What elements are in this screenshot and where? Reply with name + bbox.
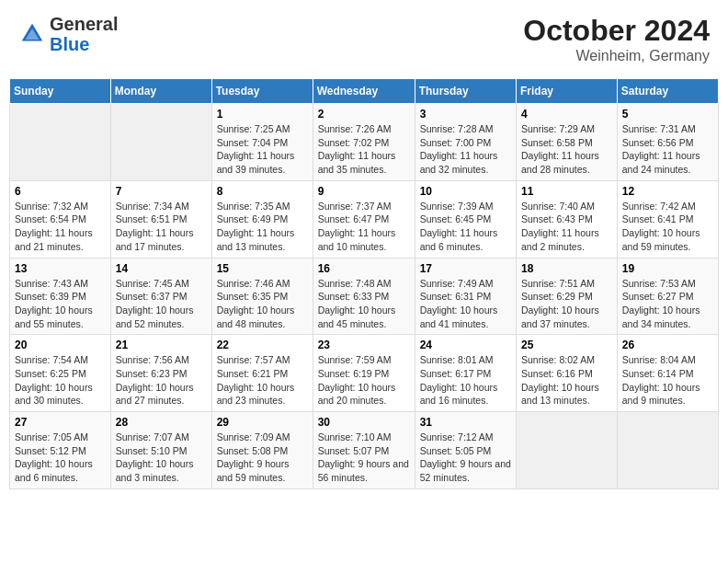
calendar-cell: 4Sunrise: 7:29 AMSunset: 6:58 PMDaylight… [517, 104, 618, 181]
day-info: Sunrise: 8:02 AMSunset: 6:16 PMDaylight:… [521, 353, 612, 408]
day-number: 14 [116, 262, 207, 275]
weekday-header-wednesday: Wednesday [313, 79, 415, 104]
day-number: 30 [318, 416, 410, 429]
day-info: Sunrise: 7:10 AMSunset: 5:07 PMDaylight:… [318, 431, 410, 485]
calendar-cell: 25Sunrise: 8:02 AMSunset: 6:16 PMDayligh… [517, 335, 618, 412]
day-number: 12 [622, 185, 713, 198]
day-number: 16 [318, 262, 410, 275]
day-number: 4 [521, 108, 612, 121]
day-number: 22 [217, 339, 308, 351]
calendar-cell: 7Sunrise: 7:34 AMSunset: 6:51 PMDaylight… [110, 180, 211, 258]
day-number: 9 [318, 185, 410, 198]
day-number: 10 [420, 185, 511, 198]
calendar-cell: 9Sunrise: 7:37 AMSunset: 6:47 PMDaylight… [313, 180, 415, 258]
calendar-cell: 16Sunrise: 7:48 AMSunset: 6:33 PMDayligh… [313, 258, 415, 335]
day-info: Sunrise: 7:34 AMSunset: 6:51 PMDaylight:… [116, 200, 207, 254]
weekday-header-monday: Monday [110, 79, 211, 104]
calendar-week-2: 6Sunrise: 7:32 AMSunset: 6:54 PMDaylight… [10, 180, 719, 258]
day-info: Sunrise: 7:57 AMSunset: 6:21 PMDaylight:… [217, 353, 308, 408]
calendar-cell: 1Sunrise: 7:25 AMSunset: 7:04 PMDaylight… [211, 104, 313, 181]
calendar-cell [517, 412, 618, 489]
day-number: 23 [318, 339, 410, 351]
calendar-header: SundayMondayTuesdayWednesdayThursdayFrid… [10, 79, 719, 104]
day-info: Sunrise: 7:43 AMSunset: 6:39 PMDaylight:… [15, 277, 106, 331]
location-heading: Weinheim, Germany [523, 48, 710, 64]
day-info: Sunrise: 7:45 AMSunset: 6:37 PMDaylight:… [116, 277, 207, 331]
day-number: 28 [116, 416, 207, 429]
day-info: Sunrise: 7:37 AMSunset: 6:47 PMDaylight:… [318, 200, 410, 254]
calendar-cell: 23Sunrise: 7:59 AMSunset: 6:19 PMDayligh… [313, 335, 415, 412]
logo: General Blue [18, 14, 118, 54]
day-info: Sunrise: 7:25 AMSunset: 7:04 PMDaylight:… [217, 122, 308, 177]
day-number: 7 [116, 185, 207, 198]
calendar-cell: 6Sunrise: 7:32 AMSunset: 6:54 PMDaylight… [10, 180, 111, 258]
calendar-cell: 31Sunrise: 7:12 AMSunset: 5:05 PMDayligh… [415, 412, 516, 489]
day-number: 3 [420, 108, 511, 121]
month-year-heading: October 2024 [523, 14, 710, 48]
day-info: Sunrise: 7:07 AMSunset: 5:10 PMDaylight:… [116, 431, 207, 485]
day-number: 31 [420, 416, 511, 429]
calendar-cell: 10Sunrise: 7:39 AMSunset: 6:45 PMDayligh… [415, 180, 516, 258]
day-number: 15 [217, 262, 308, 275]
calendar-cell: 26Sunrise: 8:04 AMSunset: 6:14 PMDayligh… [617, 335, 718, 412]
day-info: Sunrise: 7:28 AMSunset: 7:00 PMDaylight:… [420, 122, 511, 177]
calendar-week-5: 27Sunrise: 7:05 AMSunset: 5:12 PMDayligh… [10, 412, 719, 489]
calendar-cell: 29Sunrise: 7:09 AMSunset: 5:08 PMDayligh… [211, 412, 313, 489]
calendar-week-4: 20Sunrise: 7:54 AMSunset: 6:25 PMDayligh… [10, 335, 719, 412]
day-number: 24 [420, 339, 511, 351]
calendar-week-3: 13Sunrise: 7:43 AMSunset: 6:39 PMDayligh… [10, 258, 719, 335]
calendar-cell: 5Sunrise: 7:31 AMSunset: 6:56 PMDaylight… [617, 104, 718, 181]
calendar-week-1: 1Sunrise: 7:25 AMSunset: 7:04 PMDaylight… [10, 104, 719, 181]
day-number: 8 [217, 185, 308, 198]
calendar-cell [110, 104, 211, 181]
logo-general-text: General [50, 14, 118, 34]
page-header: General Blue October 2024 Weinheim, Germ… [9, 9, 719, 69]
calendar-cell: 12Sunrise: 7:42 AMSunset: 6:41 PMDayligh… [617, 180, 718, 258]
day-number: 20 [15, 339, 106, 351]
day-number: 13 [15, 262, 106, 275]
weekday-header-saturday: Saturday [617, 79, 718, 104]
weekday-header-tuesday: Tuesday [211, 79, 313, 104]
day-number: 5 [622, 108, 713, 121]
day-number: 29 [217, 416, 308, 429]
day-number: 25 [521, 339, 612, 351]
day-info: Sunrise: 7:12 AMSunset: 5:05 PMDaylight:… [420, 431, 511, 485]
logo-blue-text: Blue [50, 34, 89, 54]
day-info: Sunrise: 7:51 AMSunset: 6:29 PMDaylight:… [521, 277, 612, 331]
day-info: Sunrise: 7:35 AMSunset: 6:49 PMDaylight:… [217, 200, 308, 254]
calendar-cell: 18Sunrise: 7:51 AMSunset: 6:29 PMDayligh… [517, 258, 618, 335]
calendar-cell: 11Sunrise: 7:40 AMSunset: 6:43 PMDayligh… [517, 180, 618, 258]
day-info: Sunrise: 8:04 AMSunset: 6:14 PMDaylight:… [622, 353, 713, 408]
day-info: Sunrise: 7:31 AMSunset: 6:56 PMDaylight:… [622, 122, 713, 177]
day-info: Sunrise: 7:39 AMSunset: 6:45 PMDaylight:… [420, 200, 511, 254]
weekday-header-thursday: Thursday [415, 79, 516, 104]
calendar-cell: 14Sunrise: 7:45 AMSunset: 6:37 PMDayligh… [110, 258, 211, 335]
day-info: Sunrise: 7:56 AMSunset: 6:23 PMDaylight:… [116, 353, 207, 408]
day-info: Sunrise: 7:32 AMSunset: 6:54 PMDaylight:… [15, 200, 106, 254]
day-number: 2 [318, 108, 410, 121]
day-number: 18 [521, 262, 612, 275]
calendar-cell: 17Sunrise: 7:49 AMSunset: 6:31 PMDayligh… [415, 258, 516, 335]
weekday-header-friday: Friday [517, 79, 618, 104]
calendar-cell: 21Sunrise: 7:56 AMSunset: 6:23 PMDayligh… [110, 335, 211, 412]
day-info: Sunrise: 7:42 AMSunset: 6:41 PMDaylight:… [622, 200, 713, 254]
calendar-cell: 8Sunrise: 7:35 AMSunset: 6:49 PMDaylight… [211, 180, 313, 258]
calendar-cell: 3Sunrise: 7:28 AMSunset: 7:00 PMDaylight… [415, 104, 516, 181]
day-number: 17 [420, 262, 511, 275]
calendar-cell [10, 104, 111, 181]
day-info: Sunrise: 7:29 AMSunset: 6:58 PMDaylight:… [521, 122, 612, 177]
day-info: Sunrise: 7:05 AMSunset: 5:12 PMDaylight:… [15, 431, 106, 485]
day-info: Sunrise: 7:40 AMSunset: 6:43 PMDaylight:… [521, 200, 612, 254]
day-info: Sunrise: 7:53 AMSunset: 6:27 PMDaylight:… [622, 277, 713, 331]
day-info: Sunrise: 7:59 AMSunset: 6:19 PMDaylight:… [318, 353, 410, 408]
calendar-cell: 27Sunrise: 7:05 AMSunset: 5:12 PMDayligh… [10, 412, 111, 489]
calendar-cell: 28Sunrise: 7:07 AMSunset: 5:10 PMDayligh… [110, 412, 211, 489]
day-info: Sunrise: 7:49 AMSunset: 6:31 PMDaylight:… [420, 277, 511, 331]
calendar-cell [617, 412, 718, 489]
day-info: Sunrise: 7:48 AMSunset: 6:33 PMDaylight:… [318, 277, 410, 331]
day-info: Sunrise: 8:01 AMSunset: 6:17 PMDaylight:… [420, 353, 511, 408]
day-info: Sunrise: 7:26 AMSunset: 7:02 PMDaylight:… [318, 122, 410, 177]
day-number: 21 [116, 339, 207, 351]
day-number: 11 [521, 185, 612, 198]
calendar-cell: 13Sunrise: 7:43 AMSunset: 6:39 PMDayligh… [10, 258, 111, 335]
